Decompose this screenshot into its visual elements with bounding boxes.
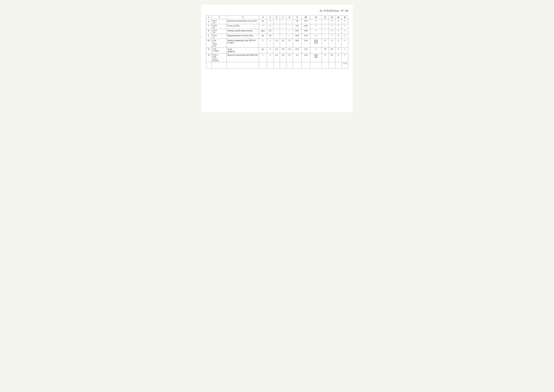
row-col14: 4 bbox=[335, 53, 341, 62]
col-header-8: 8 bbox=[286, 15, 293, 19]
row-col11-frac: 0,28 0.05 bbox=[310, 39, 322, 48]
row-num: 9. bbox=[206, 34, 212, 39]
row-col9: I,67 bbox=[293, 24, 301, 29]
row-code: 8-574- –45 bbox=[212, 24, 227, 29]
col-header-13: I3 bbox=[329, 15, 335, 19]
row-col12: I7 bbox=[322, 53, 329, 62]
row-col6: 0,3 bbox=[273, 48, 280, 53]
table-row: IO. I7-04 п.I– –0030 II–52 Датчик темпер… bbox=[206, 39, 348, 48]
row-col6: - bbox=[273, 24, 280, 29]
row-col5: IO bbox=[267, 29, 273, 34]
row-col11: -/- bbox=[310, 34, 322, 39]
row-col7: 0.9 bbox=[280, 48, 286, 53]
row-code: I7-04 п.I– –0030 II–52 bbox=[212, 39, 227, 48]
row-col7: - bbox=[280, 24, 286, 29]
row-col8: - bbox=[286, 19, 293, 24]
row-col10: 0.55 bbox=[301, 19, 310, 24]
row-col10: 0,I8 bbox=[301, 29, 310, 34]
table-row: I2 8-53I-4 I5-04 часть I п.04-224 Цускат… bbox=[206, 53, 348, 62]
row-col7: 5,5 bbox=[280, 39, 286, 48]
row-name: Универсальный переключатель bbox=[227, 29, 259, 34]
row-col6: 5,5 bbox=[273, 39, 280, 48]
empty-row: 9 10 bbox=[206, 62, 348, 68]
row-col5: 3 bbox=[267, 48, 273, 53]
main-table: I 2 3 4 5 6 7 8 9 IO II I2 I3 I4 I5 6. 8… bbox=[206, 15, 348, 68]
row-code: 8-574- –6 bbox=[212, 34, 227, 39]
row-unit: -"- bbox=[259, 24, 267, 29]
page: Лл. VI №10272тм - VI - 86 I 2 3 4 5 6 7 … bbox=[201, 5, 353, 112]
row-num: 7. bbox=[206, 24, 212, 29]
row-col5: IO bbox=[267, 34, 273, 39]
row-col6: I,8 bbox=[273, 53, 280, 62]
row-col12: - bbox=[322, 24, 329, 29]
row-col15: -/- bbox=[341, 53, 348, 62]
row-col9: 3.4 bbox=[293, 53, 301, 62]
table-row: 7. 8-574- –45 То же, до 100А. -"- 2 - - … bbox=[206, 24, 348, 29]
row-col10: 0.34 bbox=[301, 34, 310, 39]
col-header-4: 4 bbox=[259, 15, 267, 19]
row-col8: 37 bbox=[286, 39, 293, 48]
row-col13: 7 bbox=[329, 34, 335, 39]
table-row: 6. 8-574 - –44 Цускатель магнитный на то… bbox=[206, 19, 348, 24]
row-code: 8-574 - –44 bbox=[212, 19, 227, 24]
document-title: Лл. VI №10272тм - VI - 86 bbox=[319, 9, 348, 12]
fraction-value: 0.08 0.0I bbox=[314, 54, 318, 59]
page-number: 9 10 bbox=[343, 62, 347, 65]
row-col5: 3 bbox=[267, 19, 273, 24]
row-col11: -/- bbox=[310, 48, 322, 53]
row-num: IO. bbox=[206, 39, 212, 48]
row-unit: шт bbox=[259, 34, 267, 39]
row-num: 8. bbox=[206, 29, 212, 34]
row-col12: 37 bbox=[322, 39, 329, 48]
row-col8: - bbox=[286, 29, 293, 34]
row-col12: 78 bbox=[322, 48, 329, 53]
fraction-value: 0,28 0.05 bbox=[314, 39, 318, 44]
row-col15: -/- bbox=[341, 29, 348, 34]
row-unit: цепь bbox=[259, 29, 267, 34]
row-col8: - bbox=[286, 34, 293, 39]
row-col5: 2 bbox=[267, 24, 273, 29]
row-unit: шт bbox=[259, 19, 267, 24]
row-col10: 3,43 bbox=[301, 39, 310, 48]
row-col8: 26 bbox=[286, 48, 293, 53]
row-code: 8-53I-4 I5-04 часть I п.04-224 bbox=[212, 53, 227, 62]
row-name: Цускатель магнитный на ток до 40А. bbox=[227, 19, 259, 24]
row-name: Цускатель магнитный типа ПМН-I2В bbox=[227, 53, 259, 62]
row-col13: 4 bbox=[329, 29, 335, 34]
row-col15: -/- bbox=[341, 48, 348, 53]
col-header-6: 6 bbox=[273, 15, 280, 19]
row-col13: 3 bbox=[329, 19, 335, 24]
row-col13: IO bbox=[329, 48, 335, 53]
col-header-15: I5 bbox=[341, 15, 348, 19]
table-row: 9. 8-574- –6 Предохранитель на ток до 25… bbox=[206, 34, 348, 39]
row-col10: 0.85 bbox=[301, 24, 310, 29]
row-col11: -/- bbox=[310, 19, 322, 24]
col-header-12: I2 bbox=[322, 15, 329, 19]
row-num: 6. bbox=[206, 19, 212, 24]
row-col9: 9.06 bbox=[293, 39, 301, 48]
row-col10: I,49 bbox=[301, 53, 310, 62]
row-col8: - bbox=[286, 24, 293, 29]
row-col11-frac: 0.08 0.0I bbox=[310, 53, 322, 62]
table-row: II. I7-04 п.I–0048 То же, ДТКБ-50 шт 3 0… bbox=[206, 48, 348, 53]
row-col11: -/- bbox=[310, 29, 322, 34]
col-header-5: 5 bbox=[267, 15, 273, 19]
row-col10: I,74 bbox=[301, 48, 310, 53]
col-header-3: 3 bbox=[227, 15, 259, 19]
row-col9: 0.43 bbox=[293, 29, 301, 34]
row-col14: 2 bbox=[335, 24, 341, 29]
row-name: То же, ДТКБ-50 bbox=[227, 48, 259, 53]
row-col14: 5 bbox=[335, 48, 341, 53]
col-header-7: 7 bbox=[280, 15, 286, 19]
row-col15: -/- bbox=[341, 34, 348, 39]
row-name: То же, до 100А. bbox=[227, 24, 259, 29]
row-unit: -"- bbox=[259, 53, 267, 62]
row-col8: 5,7 bbox=[286, 53, 293, 62]
col-header-11: II bbox=[310, 15, 322, 19]
row-col6: - bbox=[273, 19, 280, 24]
row-col14: 2 bbox=[335, 19, 341, 24]
row-col12: - bbox=[322, 34, 329, 39]
row-num: II. bbox=[206, 48, 212, 53]
row-col9: 0.66 bbox=[293, 34, 301, 39]
col-header-10: IO bbox=[301, 15, 310, 19]
